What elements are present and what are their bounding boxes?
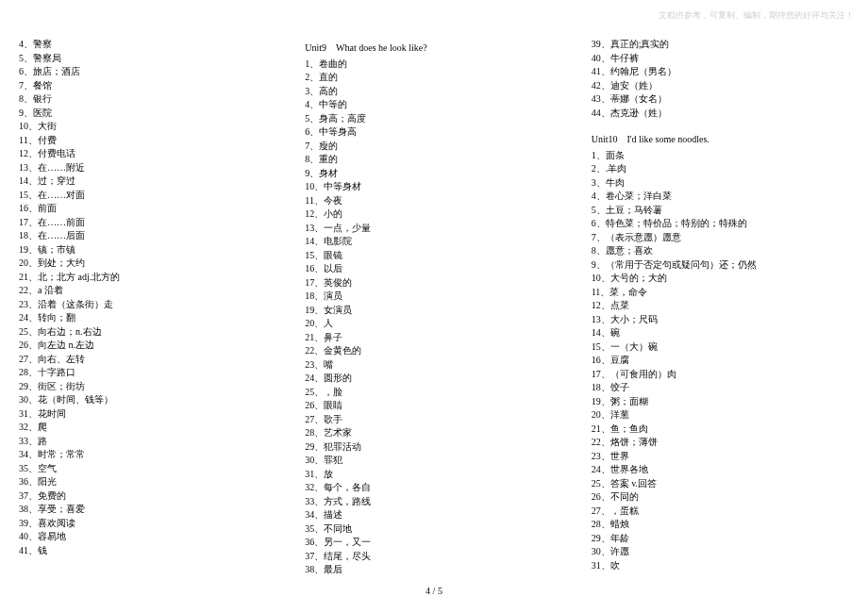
list-item: 23、世界 <box>592 450 849 464</box>
list-item: 2、.羊肉 <box>592 162 849 176</box>
list-item: 16、豆腐 <box>592 354 849 368</box>
list-item: 20、洋葱 <box>592 408 849 422</box>
list-item: 42、迪安（姓） <box>592 79 849 93</box>
list-item: 10、中等身材 <box>305 180 562 194</box>
list-item: 10、大号的；大的 <box>592 272 849 286</box>
column-1: 4、警察5、警察局6、旅店；酒店7、餐馆8、银行9、医院10、大街11、付费12… <box>19 38 276 585</box>
list-item: 31、花时间 <box>19 407 276 422</box>
list-item: 24、圆形的 <box>305 372 562 386</box>
content-columns: 4、警察5、警察局6、旅店；酒店7、餐馆8、银行9、医院10、大街11、付费12… <box>19 38 849 585</box>
list-item: 12、小的 <box>305 207 562 222</box>
list-item: 29、年龄 <box>592 532 849 546</box>
list-item: 28、十字路口 <box>19 366 276 380</box>
list-item: 24、转向；翻 <box>19 311 276 325</box>
list-item: 12、点菜 <box>592 299 849 313</box>
list-item: 41、钱 <box>19 544 276 558</box>
list-item: 20、人 <box>305 317 562 331</box>
list-item: 33、方式，路线 <box>305 495 562 509</box>
list-item: 19、女演员 <box>305 304 562 318</box>
list-item: 26、不同的 <box>592 490 849 505</box>
list-item: 38、享受；喜爱 <box>19 503 276 517</box>
list-item: 7、瘦的 <box>305 140 562 154</box>
list-item: 37、免费的 <box>19 489 276 504</box>
list-item: 28、艺术家 <box>305 426 562 440</box>
list-item: 19、镇；市镇 <box>19 243 276 257</box>
list-item: 34、描述 <box>305 508 562 522</box>
list-item: 7、餐馆 <box>19 79 276 93</box>
watermark-text: 文档供参考，可复制、编制，期待您的好评与关注！ <box>659 9 854 22</box>
list-item: 19、粥；面糊 <box>592 395 849 409</box>
list-item: 21、鱼；鱼肉 <box>592 422 849 437</box>
list-item: 37、结尾，尽头 <box>305 550 562 564</box>
list-item: 7、（表示意愿）愿意 <box>592 231 849 245</box>
list-item: 26、眼睛 <box>305 399 562 413</box>
list-item: 13、大小；尺码 <box>592 313 849 327</box>
column-2: Unit9 What does he look like?1、卷曲的2、直的3、… <box>305 38 562 585</box>
list-item: 35、不同地 <box>305 522 562 537</box>
list-item: 4、卷心菜；洋白菜 <box>592 190 849 204</box>
list-item: 20、到处；大约 <box>19 257 276 271</box>
list-item: 14、过；穿过 <box>19 174 276 189</box>
list-item: 39、喜欢阅读 <box>19 517 276 531</box>
list-item: 30、许愿 <box>592 545 849 559</box>
list-item: 36、阳光 <box>19 475 276 489</box>
list-item: 43、蒂娜（女名） <box>592 92 849 107</box>
list-item: 28、蜡烛 <box>592 518 849 532</box>
list-item: 6、中等身高 <box>305 125 562 140</box>
list-item: 4、中等的 <box>305 98 562 112</box>
list-item: 13、在……附近 <box>19 161 276 175</box>
list-item: 17、在……前面 <box>19 216 276 230</box>
list-item: 35、空气 <box>19 462 276 476</box>
list-item: 8、银行 <box>19 92 276 107</box>
list-item: 30、花（时间、钱等） <box>19 393 276 407</box>
list-item: 15、眼镜 <box>305 249 562 263</box>
list-item: 1、卷曲的 <box>305 58 562 72</box>
list-item: 27、，蛋糕 <box>592 505 849 519</box>
list-item: 6、旅店；酒店 <box>19 65 276 79</box>
list-item: 40、容易地 <box>19 530 276 544</box>
list-item: 12、付费电话 <box>19 147 276 161</box>
list-item: 22、a 沿着 <box>19 284 276 298</box>
list-item: 11、今夜 <box>305 194 562 208</box>
list-item: 29、犯罪活动 <box>305 440 562 455</box>
list-item: 1、面条 <box>592 149 849 163</box>
list-item: 22、烙饼；薄饼 <box>592 436 849 450</box>
list-item: 34、时常；常常 <box>19 448 276 462</box>
list-item: 5、土豆；马铃薯 <box>592 204 849 218</box>
list-item: 25、，脸 <box>305 386 562 400</box>
list-item: 6、特色菜；特价品；特别的；特殊的 <box>592 217 849 231</box>
list-item: 15、一（大）碗 <box>592 340 849 355</box>
list-item: 11、菜，命令 <box>592 286 849 300</box>
list-item: 27、歌手 <box>305 413 562 427</box>
list-item: 15、在……对面 <box>19 189 276 203</box>
list-item: 16、前面 <box>19 202 276 216</box>
list-item: 31、放 <box>305 468 562 482</box>
list-item: 21、鼻子 <box>305 331 562 345</box>
list-item: 40、牛仔裤 <box>592 52 849 66</box>
list-item: 4、警察 <box>19 38 276 52</box>
list-item: 9、身材 <box>305 167 562 181</box>
list-item: 22、金黄色的 <box>305 344 562 358</box>
list-item: 8、重的 <box>305 153 562 167</box>
list-item: 29、街区；街坊 <box>19 380 276 394</box>
list-item: 30、罪犯 <box>305 454 562 468</box>
unit-title: Unit10 I'd like some noodles. <box>592 133 849 147</box>
list-item: 39、真正的;真实的 <box>592 38 849 52</box>
unit-title: Unit9 What does he look like? <box>305 41 562 56</box>
list-item: 31、吹 <box>592 559 849 573</box>
list-item: 11、付费 <box>19 134 276 148</box>
list-item: 18、演员 <box>305 290 562 304</box>
list-item: 23、嘴 <box>305 358 562 373</box>
list-item: 36、另一，又一 <box>305 536 562 550</box>
list-item: 21、北；北方 adj.北方的 <box>19 271 276 285</box>
list-item: 24、世界各地 <box>592 463 849 477</box>
list-item: 9、医院 <box>19 107 276 121</box>
list-item: 5、警察局 <box>19 52 276 66</box>
list-item: 16、以后 <box>305 262 562 276</box>
list-item: 13、一点，少量 <box>305 222 562 236</box>
list-item: 33、路 <box>19 435 276 449</box>
list-item: 26、向左边 n.左边 <box>19 339 276 353</box>
list-item: 14、碗 <box>592 326 849 340</box>
list-item: 3、高的 <box>305 85 562 99</box>
list-item: 25、答案 v.回答 <box>592 477 849 491</box>
